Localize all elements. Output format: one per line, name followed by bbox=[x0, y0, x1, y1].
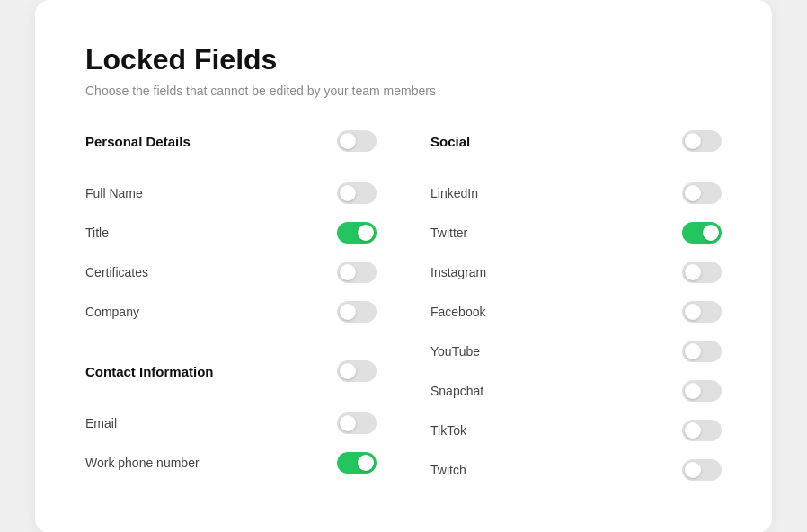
work-phone-slider bbox=[337, 452, 377, 474]
linkedin-label: LinkedIn bbox=[430, 186, 478, 200]
contact-info-title: Contact Information bbox=[85, 364, 214, 379]
certificates-row: Certificates bbox=[85, 253, 377, 292]
full-name-slider bbox=[337, 182, 377, 204]
twitter-slider bbox=[682, 222, 722, 244]
page-subtitle: Choose the fields that cannot be edited … bbox=[85, 84, 722, 98]
title-toggle[interactable] bbox=[337, 222, 377, 244]
email-row: Email bbox=[85, 403, 377, 443]
personal-details-title: Personal Details bbox=[85, 134, 191, 149]
youtube-slider bbox=[682, 341, 722, 362]
tiktok-toggle[interactable] bbox=[682, 420, 722, 441]
snapchat-slider bbox=[682, 380, 722, 402]
company-toggle[interactable] bbox=[337, 301, 377, 323]
snapchat-row: Snapchat bbox=[430, 371, 722, 411]
contact-info-slider bbox=[337, 360, 377, 382]
personal-details-section-header: Personal Details bbox=[85, 130, 377, 159]
section-spacer bbox=[85, 332, 377, 360]
facebook-label: Facebook bbox=[430, 305, 485, 319]
email-label: Email bbox=[85, 416, 117, 430]
snapchat-toggle[interactable] bbox=[682, 380, 722, 402]
twitch-toggle[interactable] bbox=[682, 459, 722, 481]
facebook-row: Facebook bbox=[430, 292, 722, 332]
personal-details-slider bbox=[337, 130, 377, 152]
linkedin-toggle[interactable] bbox=[682, 182, 722, 204]
linkedin-slider bbox=[682, 182, 722, 204]
instagram-label: Instagram bbox=[430, 265, 486, 279]
email-toggle[interactable] bbox=[337, 412, 377, 434]
right-column: Social LinkedIn Twitter bbox=[430, 130, 722, 490]
contact-info-toggle[interactable] bbox=[337, 360, 377, 382]
certificates-toggle[interactable] bbox=[337, 262, 377, 283]
title-row: Title bbox=[85, 213, 377, 253]
twitter-label: Twitter bbox=[430, 226, 467, 240]
instagram-toggle[interactable] bbox=[682, 262, 722, 283]
tiktok-row: TikTok bbox=[430, 411, 722, 450]
tiktok-label: TikTok bbox=[430, 423, 466, 438]
social-title: Social bbox=[430, 134, 470, 149]
twitch-label: Twitch bbox=[430, 463, 466, 477]
tiktok-slider bbox=[682, 420, 722, 441]
page-title: Locked Fields bbox=[85, 43, 722, 76]
certificates-label: Certificates bbox=[85, 265, 148, 279]
left-column: Personal Details Full Name Title bbox=[85, 130, 377, 490]
facebook-toggle[interactable] bbox=[682, 301, 722, 323]
work-phone-label: Work phone number bbox=[85, 456, 200, 470]
certificates-slider bbox=[337, 262, 377, 283]
contact-info-section-header: Contact Information bbox=[85, 360, 377, 389]
title-label: Title bbox=[85, 226, 109, 240]
full-name-row: Full Name bbox=[85, 173, 377, 213]
social-slider bbox=[682, 130, 722, 152]
full-name-label: Full Name bbox=[85, 186, 143, 200]
locked-fields-card: Locked Fields Choose the fields that can… bbox=[35, 0, 772, 532]
work-phone-row: Work phone number bbox=[85, 443, 377, 483]
linkedin-row: LinkedIn bbox=[430, 173, 722, 213]
twitter-toggle[interactable] bbox=[682, 222, 722, 244]
youtube-toggle[interactable] bbox=[682, 341, 722, 362]
instagram-row: Instagram bbox=[430, 253, 722, 292]
twitch-row: Twitch bbox=[430, 450, 722, 490]
social-section-header: Social bbox=[430, 130, 722, 159]
personal-details-toggle[interactable] bbox=[337, 130, 377, 152]
facebook-slider bbox=[682, 301, 722, 323]
twitter-row: Twitter bbox=[430, 213, 722, 253]
social-toggle[interactable] bbox=[682, 130, 722, 152]
twitch-slider bbox=[682, 459, 722, 481]
company-label: Company bbox=[85, 305, 139, 319]
work-phone-toggle[interactable] bbox=[337, 452, 377, 474]
title-slider bbox=[337, 222, 377, 244]
company-row: Company bbox=[85, 292, 377, 332]
youtube-row: YouTube bbox=[430, 332, 722, 371]
snapchat-label: Snapchat bbox=[430, 384, 483, 398]
instagram-slider bbox=[682, 262, 722, 283]
columns-container: Personal Details Full Name Title bbox=[85, 130, 722, 490]
full-name-toggle[interactable] bbox=[337, 182, 377, 204]
company-slider bbox=[337, 301, 377, 323]
youtube-label: YouTube bbox=[430, 344, 480, 359]
email-slider bbox=[337, 412, 377, 434]
